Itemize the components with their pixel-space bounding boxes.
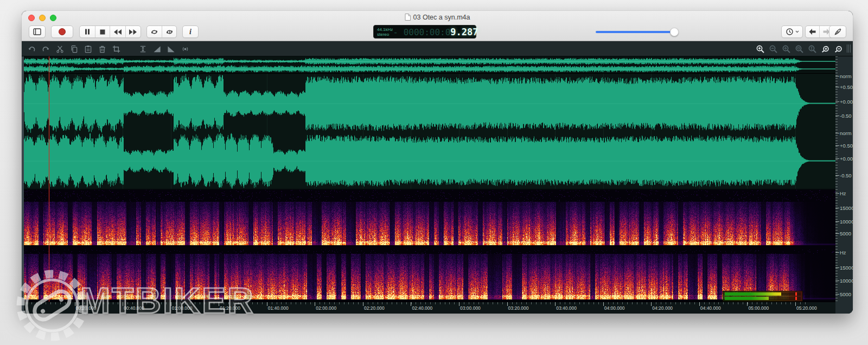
scale-label: Hz [840, 250, 846, 255]
timeline-tick: 04:20.000 [651, 302, 652, 306]
zoom-fit-button[interactable] [782, 44, 791, 54]
timeline-tick-label: 00:20.000 [76, 305, 97, 311]
zoom-all-button[interactable] [808, 44, 817, 54]
time-dim-digits: - 0000:00:0 [393, 27, 450, 37]
scale-label: -0.50 [840, 173, 852, 178]
timeline-minor-ticks [27, 302, 808, 304]
undo-button[interactable] [27, 44, 36, 54]
right-ruler: norm+0.50+0.00-0.50norm+0.50+0.00-0.50Hz… [835, 56, 853, 314]
timeline-ruler[interactable]: 00:20.00000:40.00001:00.00001:20.00001:4… [24, 302, 835, 314]
samplerate-readout: 44.1kHz [377, 27, 393, 32]
pause-icon [85, 29, 90, 35]
toolbar-grip[interactable] [847, 44, 852, 53]
ruler-major-tick [835, 101, 839, 102]
record-icon [59, 28, 66, 35]
info-button[interactable]: i [182, 25, 199, 38]
timeline-tick-label: 02:00.000 [316, 305, 336, 311]
rewind-icon [114, 29, 122, 35]
scale-label: +0.50 [840, 84, 853, 90]
document-icon [405, 14, 411, 21]
stop-button[interactable] [95, 26, 110, 37]
timeline-tick-label: 01:20.000 [220, 305, 240, 311]
loop-playback-button[interactable] [147, 26, 162, 37]
delete-button[interactable] [98, 44, 107, 54]
volume-slider[interactable] [596, 31, 677, 33]
timeline-tick-label: 05:00.000 [748, 305, 769, 311]
time-bright-digits: 9.287 [450, 27, 478, 37]
scale-label: +0.00 [840, 99, 853, 105]
timeline-tick: 03:00.000 [459, 302, 459, 306]
toggle-panes-button[interactable] [29, 25, 46, 38]
timeline-tick: 02:20.000 [363, 302, 363, 306]
ruler-major-tick [835, 221, 839, 222]
scale-label: norm [840, 73, 852, 79]
timeline-tick: 01:20.000 [219, 302, 219, 306]
zoom-out-button[interactable] [769, 44, 778, 54]
timeline-tick-label: 02:40.000 [412, 305, 432, 311]
back-button[interactable] [806, 26, 819, 37]
timeline-tick-label: 01:00.000 [172, 305, 193, 311]
desktop: 03 Otec a syn.m4a [0, 0, 868, 345]
fade-out-button[interactable] [167, 44, 176, 54]
paste-button[interactable] [84, 44, 93, 54]
playhead[interactable] [49, 56, 49, 302]
titlebar: 03 Otec a syn.m4a [22, 11, 853, 41]
pause-button[interactable] [80, 26, 95, 37]
vertical-zoom-in-button[interactable] [821, 44, 830, 54]
pen-icon [834, 28, 842, 36]
scale-label: 5000 [840, 231, 851, 237]
fade-in-button[interactable] [152, 44, 162, 54]
spectrogram-channel-right[interactable] [24, 250, 835, 302]
window-title: 03 Otec a syn.m4a [413, 14, 470, 21]
timeline-tick-label: 00:40.000 [124, 305, 144, 311]
scale-label: 10000 [840, 278, 853, 284]
ruler-major-tick [835, 193, 839, 194]
scale-label: 15000 [840, 265, 853, 271]
fast-forward-button[interactable] [125, 26, 141, 37]
timeline-tick-label: 03:20.000 [508, 305, 529, 311]
timeline-tick-label: 04:20.000 [652, 305, 673, 311]
ruler-major-tick [835, 175, 839, 176]
time-display: 44.1kHz stereo - 0000:00:09.287 [373, 25, 476, 39]
ambience-button[interactable] [181, 44, 190, 54]
level-meter-left [725, 292, 801, 296]
rewind-button[interactable] [110, 26, 125, 37]
timeline-tick: 04:40.000 [699, 302, 700, 306]
timeline-tick-label: 05:20.000 [796, 305, 817, 311]
zoom-in-button[interactable] [756, 44, 765, 54]
cut-button[interactable] [55, 44, 65, 54]
edit-mode-button[interactable] [829, 25, 846, 38]
history-button[interactable] [781, 25, 803, 38]
record-button[interactable] [51, 25, 73, 38]
timeline-tick-label: 04:40.000 [700, 305, 721, 311]
timeline-tick: 01:00.000 [171, 302, 171, 306]
waveform-channel-left[interactable] [24, 74, 835, 133]
loop-selection-button[interactable] [162, 26, 176, 37]
ruler-major-tick [835, 133, 839, 133]
ruler-minor-ticks [835, 56, 838, 302]
zoom-selection-button[interactable] [795, 44, 804, 54]
volume-slider-thumb[interactable] [670, 28, 679, 36]
ruler-major-tick [835, 116, 839, 116]
spectrogram-channel-left[interactable] [24, 190, 835, 250]
scale-label: 15000 [840, 205, 853, 211]
transport-group [79, 25, 141, 38]
ruler-major-tick [835, 267, 839, 268]
scale-label: 10000 [840, 219, 853, 225]
ruler-major-tick [835, 76, 839, 76]
crop-button[interactable] [112, 44, 121, 54]
scale-label: +0.50 [840, 143, 853, 149]
scale-label: Hz [840, 190, 846, 196]
vertical-zoom-out-button[interactable] [834, 44, 843, 54]
overview-strip[interactable] [24, 56, 835, 74]
timeline-tick-label: 02:20.000 [364, 305, 385, 311]
timeline-tick-label: 04:00.000 [604, 305, 625, 311]
normalize-button[interactable] [138, 44, 148, 54]
loop-selection-icon [165, 29, 174, 35]
timeline-tick: 00:20.000 [75, 302, 75, 306]
waveform-channel-right[interactable] [24, 133, 835, 189]
redo-button[interactable] [41, 44, 50, 54]
audio-content: 00:20.00000:40.00001:00.00001:20.00001:4… [24, 56, 835, 314]
scale-label: +0.00 [840, 156, 853, 162]
copy-button[interactable] [69, 44, 79, 54]
